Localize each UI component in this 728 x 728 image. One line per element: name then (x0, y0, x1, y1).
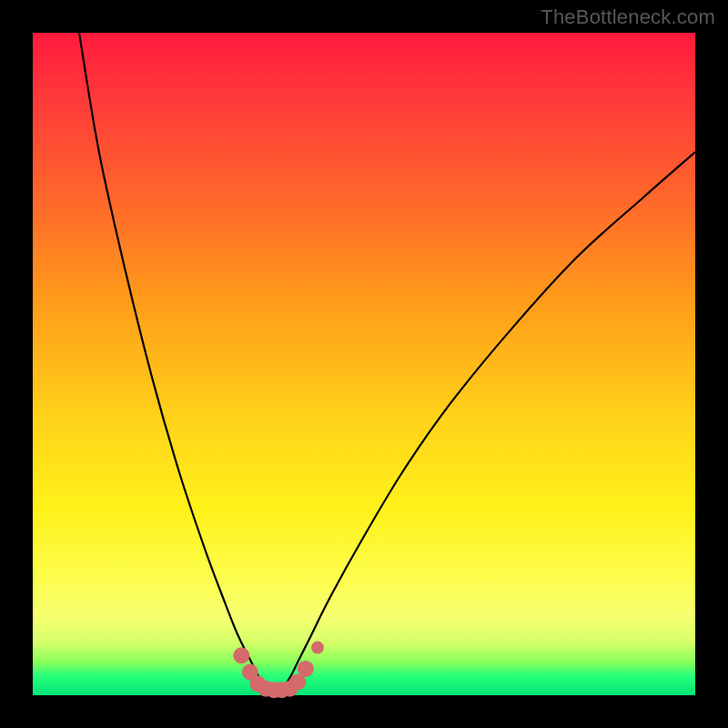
chart-frame: TheBottleneck.com (0, 0, 728, 728)
valley-marker (298, 661, 314, 677)
bottleneck-curve-svg (33, 33, 695, 695)
valley-marker (311, 642, 324, 654)
valley-marker-group (233, 642, 324, 699)
valley-marker (233, 647, 249, 663)
plot-area (33, 33, 695, 695)
watermark-text: TheBottleneck.com (541, 5, 715, 29)
bottleneck-curve-path (79, 33, 695, 691)
